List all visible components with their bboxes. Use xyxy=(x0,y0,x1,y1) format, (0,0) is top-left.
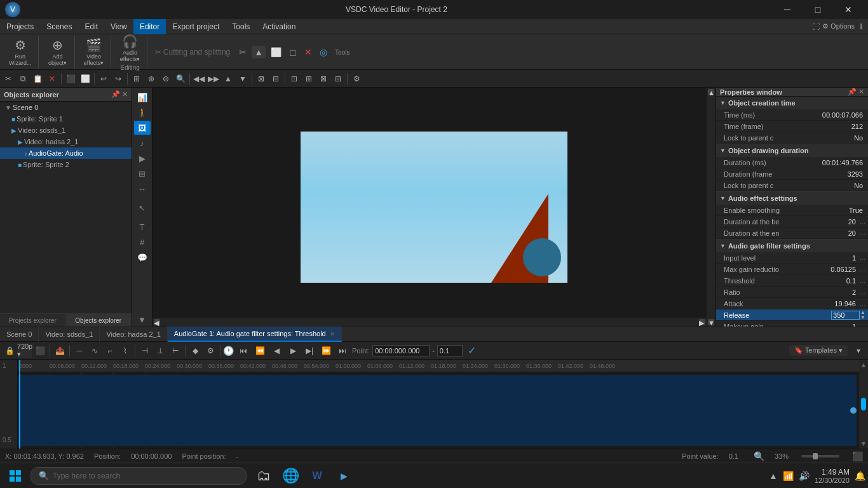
scroll-right-btn[interactable]: ▶ xyxy=(699,319,705,325)
settings-button[interactable]: ⚙ xyxy=(349,72,363,86)
add-object-button[interactable]: ⊕ Addobject▾ xyxy=(45,36,71,67)
copy-button[interactable]: ⧉ xyxy=(16,72,30,86)
menu-export[interactable]: Export project xyxy=(166,19,226,34)
run-wizard-button[interactable]: ⚙ RunWizard... xyxy=(6,36,34,67)
tl-prev-btn[interactable]: ◀ xyxy=(269,344,283,358)
tl-cubic-btn[interactable]: ⌇ xyxy=(118,344,132,358)
close-button[interactable]: ✕ xyxy=(834,0,863,19)
btab-audiogate-close[interactable]: ✕ xyxy=(330,330,335,337)
cursor-icon[interactable]: ▲ xyxy=(252,46,266,58)
scroll-left-btn[interactable]: ◀ xyxy=(154,319,160,325)
tl-curve-btn[interactable]: ∿ xyxy=(88,344,102,358)
timeline-track[interactable] xyxy=(18,372,859,449)
paste-button[interactable]: 📋 xyxy=(31,72,44,86)
scroll-down-btn[interactable]: ▼ xyxy=(708,319,714,325)
tl-align-center-btn[interactable]: ⊥ xyxy=(153,344,167,358)
tree-sprite1[interactable]: ■ Sprite: Sprite 1 xyxy=(0,113,132,125)
zoom-out-button[interactable]: ⊖ xyxy=(159,72,173,86)
video-effects-button[interactable]: 🎬 Videoeffects▾ xyxy=(81,36,107,67)
audio-effect-header[interactable]: ▼ Audio effect settings xyxy=(716,192,868,205)
tl-step-btn[interactable]: ⌐ xyxy=(103,344,117,358)
notification-icon[interactable]: 🔔 xyxy=(855,471,865,481)
release-input[interactable] xyxy=(831,311,860,320)
cursor-vert-btn[interactable]: ↖ xyxy=(134,201,151,215)
delete-icon[interactable]: ✕ xyxy=(302,46,315,58)
scroll-up-btn[interactable]: ▲ xyxy=(708,89,714,95)
network-icon[interactable]: 📶 xyxy=(783,471,794,481)
grid-vert-btn[interactable]: ⊞ xyxy=(134,166,151,180)
btab-video-sdsds[interactable]: Video: sdsds_1 xyxy=(39,327,100,342)
chevron-up-icon[interactable]: ▲ xyxy=(769,471,778,481)
select-all-button[interactable]: ⬛ xyxy=(64,72,78,86)
redo-button[interactable]: ↪ xyxy=(111,72,125,86)
grid-button[interactable]: ⊟ xyxy=(269,72,283,86)
deselect-button[interactable]: ⬜ xyxy=(78,72,92,86)
join-button[interactable]: ⊞ xyxy=(302,72,316,86)
release-down-btn[interactable]: ▼ xyxy=(860,315,865,320)
down-arrow-btn[interactable]: ▼ xyxy=(134,313,151,327)
menu-editor[interactable]: Editor xyxy=(133,19,166,34)
select-rect-icon[interactable]: ⬜ xyxy=(268,46,284,58)
menu-tools[interactable]: Tools xyxy=(226,19,256,34)
taskbar-browser[interactable]: 🌐 xyxy=(278,464,302,488)
tl-lock-btn[interactable]: 🔒 xyxy=(3,344,17,358)
tl-confirm-btn[interactable]: ✓ xyxy=(465,344,479,358)
menu-edit[interactable]: Edit xyxy=(78,19,104,34)
tl-align-left-btn[interactable]: ⊣ xyxy=(138,344,152,358)
start-button[interactable] xyxy=(3,463,28,489)
max-gain-edit[interactable]: … xyxy=(860,266,865,273)
tl-templates-btn[interactable]: 🔖 Templates ▾ xyxy=(789,345,848,356)
tl-line-btn[interactable]: ─ xyxy=(72,344,86,358)
volume-icon[interactable]: 🔊 xyxy=(799,471,810,481)
play-btn[interactable]: ▶ xyxy=(134,151,151,165)
music-button[interactable]: ♪ xyxy=(134,136,151,150)
circle-icon[interactable]: ◎ xyxy=(317,46,330,58)
tl-more-btn[interactable]: ▾ xyxy=(851,344,865,358)
cut-button[interactable]: ✂ xyxy=(1,72,15,86)
taskbar-search[interactable]: 🔍 Type here to search xyxy=(31,467,247,485)
object-drawing-header[interactable]: ▼ Object drawing duration xyxy=(716,144,868,157)
video-frame-button[interactable]: 🖼 xyxy=(134,121,151,135)
tl-scroll-down[interactable]: ▼ xyxy=(860,440,867,447)
tl-scroll-thumb[interactable] xyxy=(861,398,866,410)
arrow-vert-btn[interactable]: ↔ xyxy=(134,182,151,196)
zoom-thumb[interactable] xyxy=(813,453,818,459)
undo-button[interactable]: ↩ xyxy=(97,72,111,86)
person-button[interactable]: 🚶 xyxy=(134,105,151,119)
tl-goto-end[interactable]: ⏭ xyxy=(336,344,349,358)
tree-video-sdsds[interactable]: ▶ Video: sdsds_1 xyxy=(0,125,132,136)
audio-effects-button[interactable]: 🎧 Audioeffects▾ xyxy=(118,32,143,64)
objects-explorer-tab[interactable]: Objects explorer xyxy=(66,314,132,327)
tree-video-hadsa[interactable]: ▶ Video: hadsa 2_1 xyxy=(0,136,132,147)
text-btn[interactable]: T xyxy=(134,220,151,234)
menu-scenes[interactable]: Scenes xyxy=(40,19,78,34)
btab-video-hadsa[interactable]: Video: hadsa 2_1 xyxy=(100,327,167,342)
taskbar-files[interactable]: 🗂 xyxy=(252,464,276,488)
delete-button[interactable]: ✕ xyxy=(45,72,59,86)
split-button[interactable]: ⊡ xyxy=(287,72,301,86)
attack-edit[interactable]: … xyxy=(860,301,865,307)
split2-button[interactable]: ⊠ xyxy=(316,72,330,86)
fit-icon[interactable]: ⬛ xyxy=(852,451,863,461)
move-up-button[interactable]: ▲ xyxy=(221,72,235,86)
input-level-edit[interactable]: … xyxy=(860,255,865,261)
magnet-button[interactable]: ⊠ xyxy=(254,72,268,86)
threshold-edit[interactable]: … xyxy=(860,278,865,284)
bubble-btn[interactable]: 💬 xyxy=(134,250,151,264)
tl-prev-frame[interactable]: ⏪ xyxy=(253,344,267,358)
projects-explorer-tab[interactable]: Projects explorer xyxy=(0,314,66,327)
tl-goto-start[interactable]: ⏮ xyxy=(236,344,250,358)
pin-button[interactable]: 📌 xyxy=(111,90,120,98)
makeup-gain-edit[interactable]: … xyxy=(860,323,865,327)
menu-activation[interactable]: Activation xyxy=(256,19,302,34)
taskbar-word[interactable]: W xyxy=(305,464,329,488)
select-rect2-icon[interactable]: ◻ xyxy=(287,46,299,58)
audio-gate-header[interactable]: ▼ Audio gate filter settings xyxy=(716,240,868,252)
ratio-edit[interactable]: … xyxy=(860,289,865,295)
btab-scene0[interactable]: Scene 0 xyxy=(0,327,39,342)
tree-sprite2[interactable]: ■ Sprite: Sprite 2 xyxy=(0,159,132,170)
object-creation-header[interactable]: ▼ Object creation time xyxy=(716,97,868,109)
duration-end-edit[interactable]: … xyxy=(860,230,865,236)
tl-scroll-up[interactable]: ▲ xyxy=(860,361,867,369)
options-button[interactable]: ⚙ Options xyxy=(822,22,855,30)
